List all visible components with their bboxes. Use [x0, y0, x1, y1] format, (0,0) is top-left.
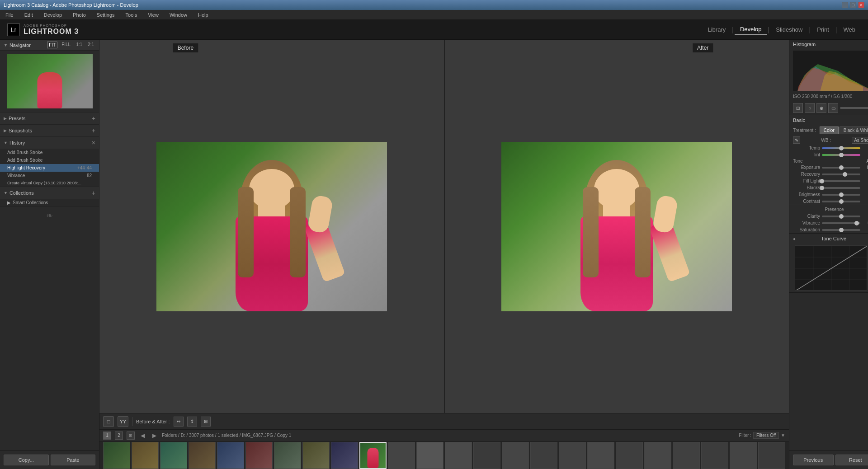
color-button[interactable]: Color [820, 127, 839, 134]
thumbnail-21[interactable] [673, 442, 700, 469]
page-number-2[interactable]: 2 [115, 431, 123, 440]
basic-header[interactable]: Basic ▼ [789, 115, 868, 125]
smart-collections-item[interactable]: ▶ Smart Collections [0, 199, 99, 206]
zoom-2to1[interactable]: 2:1 [86, 42, 95, 48]
thumbnail-4[interactable] [189, 442, 216, 469]
brightness-thumb[interactable] [839, 192, 844, 197]
thumbnail-9[interactable] [331, 442, 358, 469]
thumbnail-15[interactable] [502, 442, 529, 469]
menu-tools[interactable]: Tools [124, 11, 139, 19]
thumbnail-20[interactable] [644, 442, 671, 469]
presets-add-button[interactable]: + [92, 115, 95, 122]
temp-slider[interactable] [822, 147, 860, 149]
contrast-thumb[interactable] [839, 199, 844, 204]
grid-view-icon[interactable]: ⊞ [127, 431, 135, 440]
prev-filmstrip-button[interactable]: ◀ [138, 431, 146, 440]
thumbnail-18[interactable] [587, 442, 614, 469]
zoom-1to1[interactable]: 1:1 [75, 42, 84, 48]
thumbnail-13[interactable] [445, 442, 472, 469]
exposure-slider[interactable] [822, 167, 860, 169]
menu-help[interactable]: Help [196, 11, 210, 19]
navigator-header[interactable]: ▼ Navigator FIT FILL 1:1 2:1 [0, 40, 99, 51]
spot-removal-tool[interactable]: ○ [805, 103, 815, 113]
fill-light-slider[interactable] [822, 180, 860, 182]
vibrance-slider[interactable] [822, 222, 860, 224]
zoom-fit[interactable]: FIT [47, 42, 57, 48]
zoom-fill[interactable]: FILL [60, 42, 72, 48]
thumbnail-14[interactable] [473, 442, 500, 469]
page-number-1[interactable]: 1 [103, 431, 111, 440]
history-header[interactable]: ▼ History × [0, 137, 99, 149]
thumbnail-22[interactable] [701, 442, 728, 469]
thumbnail-19[interactable] [616, 442, 643, 469]
clarity-slider[interactable] [822, 216, 860, 217]
redeye-tool[interactable]: ⊕ [816, 103, 826, 113]
thumbnail-11[interactable] [388, 442, 415, 469]
auto-button[interactable]: Auto [866, 159, 868, 164]
thumbnail-17[interactable] [559, 442, 586, 469]
tab-slideshow[interactable]: Slideshow [770, 24, 808, 35]
snapshots-add-button[interactable]: + [92, 127, 95, 134]
recovery-thumb[interactable] [843, 172, 847, 177]
thumbnail-12[interactable] [416, 442, 443, 469]
history-item[interactable]: Add Brush Stroke [0, 156, 99, 164]
snapshots-header[interactable]: ▶ Snapshots + [0, 125, 99, 136]
temp-thumb[interactable] [839, 146, 844, 150]
saturation-slider[interactable] [822, 229, 860, 231]
close-button[interactable]: × [858, 2, 864, 8]
thumbnail-active[interactable] [359, 442, 387, 469]
tab-library[interactable]: Library [702, 24, 731, 35]
maximize-button[interactable]: □ [850, 2, 856, 8]
exposure-thumb[interactable] [839, 165, 844, 170]
compare-horiz-button[interactable]: ⇔ [174, 417, 184, 427]
clarity-thumb[interactable] [839, 214, 844, 219]
history-item-highlight-recovery[interactable]: Highlight Recovery +44 44 [0, 164, 99, 172]
thumbnail-1[interactable] [103, 442, 130, 469]
thumbnail-2[interactable] [132, 442, 159, 469]
menu-photo[interactable]: Photo [71, 11, 88, 19]
thumbnail-3[interactable] [160, 442, 187, 469]
tab-print[interactable]: Print [811, 24, 835, 35]
thumbnail-23[interactable] [730, 442, 757, 469]
recovery-slider[interactable] [822, 174, 860, 175]
crop-tool[interactable]: ⊡ [793, 103, 803, 113]
reset-button[interactable]: Reset [835, 455, 868, 465]
history-item[interactable]: Create Virtual Copy (13.10.2010 20:08:..… [0, 179, 99, 187]
history-item[interactable]: Add Brush Stroke [0, 149, 99, 156]
thumbnail-16[interactable] [530, 442, 557, 469]
window-controls[interactable]: _ □ × [842, 2, 864, 8]
tool-slider[interactable] [840, 107, 868, 109]
navigator-zoom-controls[interactable]: FIT FILL 1:1 2:1 [47, 42, 95, 48]
tab-develop[interactable]: Develop [735, 24, 767, 35]
grad-filter-tool[interactable]: ▭ [828, 103, 838, 113]
compare-vert-button[interactable]: ⇕ [187, 417, 197, 427]
menu-develop[interactable]: Develop [42, 11, 64, 19]
thumbnail-5[interactable] [217, 442, 244, 469]
tone-curve-header[interactable]: ● Tone Curve ▼ [789, 234, 868, 244]
contrast-slider[interactable] [822, 201, 860, 202]
history-item[interactable]: Vibrance 82 [0, 172, 99, 179]
presets-header[interactable]: ▶ Presets + [0, 113, 99, 124]
collections-add-button[interactable]: + [92, 189, 95, 197]
blacks-thumb[interactable] [820, 186, 824, 190]
menu-file[interactable]: File [4, 11, 15, 19]
saturation-thumb[interactable] [839, 228, 844, 232]
wb-dropper[interactable]: ✎ [793, 136, 800, 144]
tint-thumb[interactable] [839, 153, 844, 157]
single-view-button[interactable]: □ [103, 416, 114, 427]
fill-light-thumb[interactable] [820, 179, 824, 183]
compare-swap-button[interactable]: ⊞ [201, 417, 211, 427]
brightness-slider[interactable] [822, 194, 860, 196]
thumbnail-8[interactable] [302, 442, 330, 469]
paste-button[interactable]: Paste [51, 455, 96, 465]
minimize-button[interactable]: _ [842, 2, 848, 8]
menu-view[interactable]: View [146, 11, 160, 19]
tint-slider[interactable] [822, 154, 860, 156]
thumbnail-6[interactable] [245, 442, 273, 469]
menu-edit[interactable]: Edit [23, 11, 35, 19]
bw-button[interactable]: Black & White [840, 127, 868, 134]
copy-button[interactable]: Copy... [4, 455, 49, 465]
history-clear-button[interactable]: × [92, 139, 95, 146]
blacks-slider[interactable] [822, 187, 860, 189]
menu-settings[interactable]: Settings [95, 11, 117, 19]
